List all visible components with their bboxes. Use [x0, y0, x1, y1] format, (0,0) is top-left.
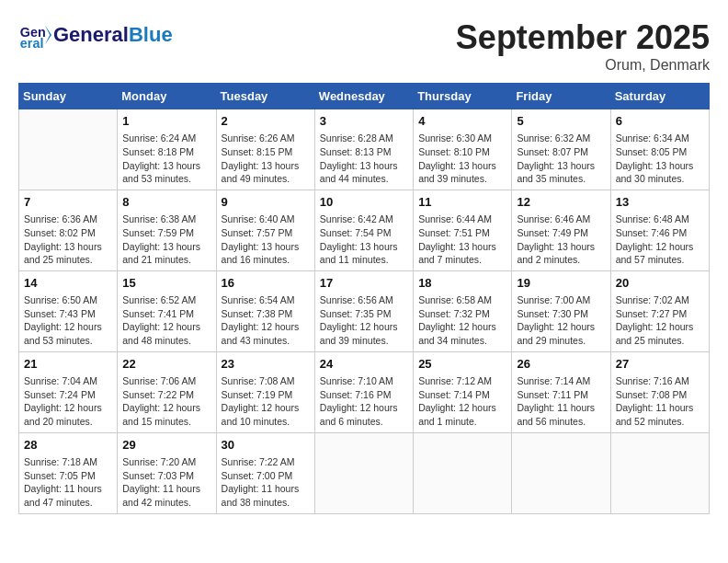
- calendar-day-9: 9Sunrise: 6:40 AM Sunset: 7:57 PM Daylig…: [216, 190, 314, 270]
- day-info: Sunrise: 7:02 AM Sunset: 7:27 PM Dayligh…: [616, 293, 704, 348]
- day-number: 12: [517, 194, 605, 211]
- calendar-day-26: 26Sunrise: 7:14 AM Sunset: 7:11 PM Dayli…: [512, 351, 610, 432]
- day-number: 21: [24, 356, 112, 373]
- logo-icon: Gen eral: [18, 18, 51, 52]
- header-day-tuesday: Tuesday: [216, 84, 314, 109]
- day-number: 19: [517, 275, 605, 292]
- calendar-week-2: 7Sunrise: 6:36 AM Sunset: 8:02 PM Daylig…: [19, 190, 710, 270]
- calendar-day-30: 30Sunrise: 7:22 AM Sunset: 7:00 PM Dayli…: [216, 432, 314, 513]
- day-info: Sunrise: 7:10 AM Sunset: 7:16 PM Dayligh…: [320, 374, 408, 429]
- day-number: 26: [517, 356, 605, 373]
- day-info: Sunrise: 7:20 AM Sunset: 7:03 PM Dayligh…: [122, 455, 210, 510]
- day-number: 4: [418, 113, 506, 130]
- header-day-thursday: Thursday: [414, 84, 512, 109]
- day-info: Sunrise: 7:04 AM Sunset: 7:24 PM Dayligh…: [24, 374, 112, 429]
- day-number: 23: [222, 356, 310, 373]
- calendar-day-6: 6Sunrise: 6:34 AM Sunset: 8:05 PM Daylig…: [610, 109, 709, 190]
- calendar-week-5: 28Sunrise: 7:18 AM Sunset: 7:05 PM Dayli…: [19, 432, 710, 513]
- calendar-day-25: 25Sunrise: 7:12 AM Sunset: 7:14 PM Dayli…: [414, 351, 512, 432]
- header-day-friday: Friday: [512, 84, 610, 109]
- day-info: Sunrise: 6:36 AM Sunset: 8:02 PM Dayligh…: [24, 213, 112, 267]
- day-number: 5: [517, 113, 605, 130]
- day-info: Sunrise: 7:12 AM Sunset: 7:14 PM Dayligh…: [418, 374, 506, 429]
- day-number: 13: [616, 194, 704, 211]
- calendar-day-4: 4Sunrise: 6:30 AM Sunset: 8:10 PM Daylig…: [414, 109, 512, 190]
- calendar-day-12: 12Sunrise: 6:46 AM Sunset: 7:49 PM Dayli…: [512, 190, 610, 270]
- calendar-day-28: 28Sunrise: 7:18 AM Sunset: 7:05 PM Dayli…: [19, 432, 118, 513]
- calendar-day-2: 2Sunrise: 6:26 AM Sunset: 8:15 PM Daylig…: [216, 109, 314, 190]
- logo: Gen eral GeneralBlue: [18, 18, 173, 52]
- calendar-day-11: 11Sunrise: 6:44 AM Sunset: 7:51 PM Dayli…: [414, 190, 512, 270]
- day-number: 15: [122, 275, 210, 292]
- calendar-table: SundayMondayTuesdayWednesdayThursdayFrid…: [18, 83, 710, 514]
- calendar-empty: [512, 432, 610, 513]
- day-number: 27: [616, 356, 704, 373]
- day-info: Sunrise: 6:52 AM Sunset: 7:41 PM Dayligh…: [122, 293, 210, 348]
- day-number: 9: [222, 194, 310, 211]
- logo-text2: Blue: [129, 23, 173, 46]
- day-number: 3: [320, 113, 408, 130]
- day-number: 17: [320, 275, 408, 292]
- day-number: 18: [418, 275, 506, 292]
- calendar-day-16: 16Sunrise: 6:54 AM Sunset: 7:38 PM Dayli…: [216, 270, 314, 351]
- calendar-day-10: 10Sunrise: 6:42 AM Sunset: 7:54 PM Dayli…: [314, 190, 413, 270]
- calendar-day-3: 3Sunrise: 6:28 AM Sunset: 8:13 PM Daylig…: [314, 109, 413, 190]
- day-info: Sunrise: 6:56 AM Sunset: 7:35 PM Dayligh…: [320, 293, 408, 348]
- day-info: Sunrise: 6:34 AM Sunset: 8:05 PM Dayligh…: [616, 132, 704, 186]
- calendar-day-29: 29Sunrise: 7:20 AM Sunset: 7:03 PM Dayli…: [118, 432, 216, 513]
- calendar-day-22: 22Sunrise: 7:06 AM Sunset: 7:22 PM Dayli…: [118, 351, 216, 432]
- day-number: 8: [122, 194, 210, 211]
- month-year: September 2025: [456, 18, 710, 57]
- calendar-day-27: 27Sunrise: 7:16 AM Sunset: 7:08 PM Dayli…: [610, 351, 709, 432]
- calendar-day-21: 21Sunrise: 7:04 AM Sunset: 7:24 PM Dayli…: [19, 351, 118, 432]
- calendar-day-24: 24Sunrise: 7:10 AM Sunset: 7:16 PM Dayli…: [314, 351, 413, 432]
- day-number: 22: [122, 356, 210, 373]
- day-info: Sunrise: 7:00 AM Sunset: 7:30 PM Dayligh…: [517, 293, 605, 348]
- day-number: 2: [222, 113, 310, 130]
- calendar-week-3: 14Sunrise: 6:50 AM Sunset: 7:43 PM Dayli…: [19, 270, 710, 351]
- svg-text:eral: eral: [20, 36, 44, 51]
- calendar-empty: [414, 432, 512, 513]
- calendar-day-18: 18Sunrise: 6:58 AM Sunset: 7:32 PM Dayli…: [414, 270, 512, 351]
- day-info: Sunrise: 7:16 AM Sunset: 7:08 PM Dayligh…: [616, 374, 704, 429]
- day-number: 30: [222, 437, 310, 454]
- calendar-empty: [19, 109, 118, 190]
- calendar-day-15: 15Sunrise: 6:52 AM Sunset: 7:41 PM Dayli…: [118, 270, 216, 351]
- calendar-empty: [314, 432, 413, 513]
- day-info: Sunrise: 6:28 AM Sunset: 8:13 PM Dayligh…: [320, 132, 408, 186]
- page-header: Gen eral GeneralBlue September 2025 Orum…: [18, 18, 710, 74]
- day-info: Sunrise: 7:18 AM Sunset: 7:05 PM Dayligh…: [24, 455, 112, 510]
- day-info: Sunrise: 6:50 AM Sunset: 7:43 PM Dayligh…: [24, 293, 112, 348]
- day-number: 6: [616, 113, 704, 130]
- calendar-day-13: 13Sunrise: 6:48 AM Sunset: 7:46 PM Dayli…: [610, 190, 709, 270]
- day-info: Sunrise: 6:26 AM Sunset: 8:15 PM Dayligh…: [222, 132, 310, 186]
- calendar-header: SundayMondayTuesdayWednesdayThursdayFrid…: [19, 84, 710, 109]
- day-info: Sunrise: 6:38 AM Sunset: 7:59 PM Dayligh…: [122, 213, 210, 267]
- calendar-day-1: 1Sunrise: 6:24 AM Sunset: 8:18 PM Daylig…: [118, 109, 216, 190]
- calendar-day-7: 7Sunrise: 6:36 AM Sunset: 8:02 PM Daylig…: [19, 190, 118, 270]
- day-info: Sunrise: 7:08 AM Sunset: 7:19 PM Dayligh…: [222, 374, 310, 429]
- calendar-day-8: 8Sunrise: 6:38 AM Sunset: 7:59 PM Daylig…: [118, 190, 216, 270]
- day-number: 24: [320, 356, 408, 373]
- day-number: 14: [24, 275, 112, 292]
- header-day-wednesday: Wednesday: [314, 84, 413, 109]
- day-info: Sunrise: 6:54 AM Sunset: 7:38 PM Dayligh…: [222, 293, 310, 348]
- day-info: Sunrise: 6:48 AM Sunset: 7:46 PM Dayligh…: [616, 213, 704, 267]
- day-info: Sunrise: 7:22 AM Sunset: 7:00 PM Dayligh…: [222, 455, 310, 510]
- title-block: September 2025 Orum, Denmark: [456, 18, 710, 74]
- calendar-day-17: 17Sunrise: 6:56 AM Sunset: 7:35 PM Dayli…: [314, 270, 413, 351]
- day-info: Sunrise: 7:14 AM Sunset: 7:11 PM Dayligh…: [517, 374, 605, 429]
- header-day-sunday: Sunday: [19, 84, 118, 109]
- calendar-week-4: 21Sunrise: 7:04 AM Sunset: 7:24 PM Dayli…: [19, 351, 710, 432]
- calendar-day-14: 14Sunrise: 6:50 AM Sunset: 7:43 PM Dayli…: [19, 270, 118, 351]
- svg-marker-2: [45, 25, 51, 45]
- day-number: 20: [616, 275, 704, 292]
- day-info: Sunrise: 6:40 AM Sunset: 7:57 PM Dayligh…: [222, 213, 310, 267]
- day-info: Sunrise: 6:42 AM Sunset: 7:54 PM Dayligh…: [320, 213, 408, 267]
- calendar-day-23: 23Sunrise: 7:08 AM Sunset: 7:19 PM Dayli…: [216, 351, 314, 432]
- calendar-day-20: 20Sunrise: 7:02 AM Sunset: 7:27 PM Dayli…: [610, 270, 709, 351]
- day-number: 11: [418, 194, 506, 211]
- header-day-saturday: Saturday: [610, 84, 709, 109]
- header-day-monday: Monday: [118, 84, 216, 109]
- day-number: 16: [222, 275, 310, 292]
